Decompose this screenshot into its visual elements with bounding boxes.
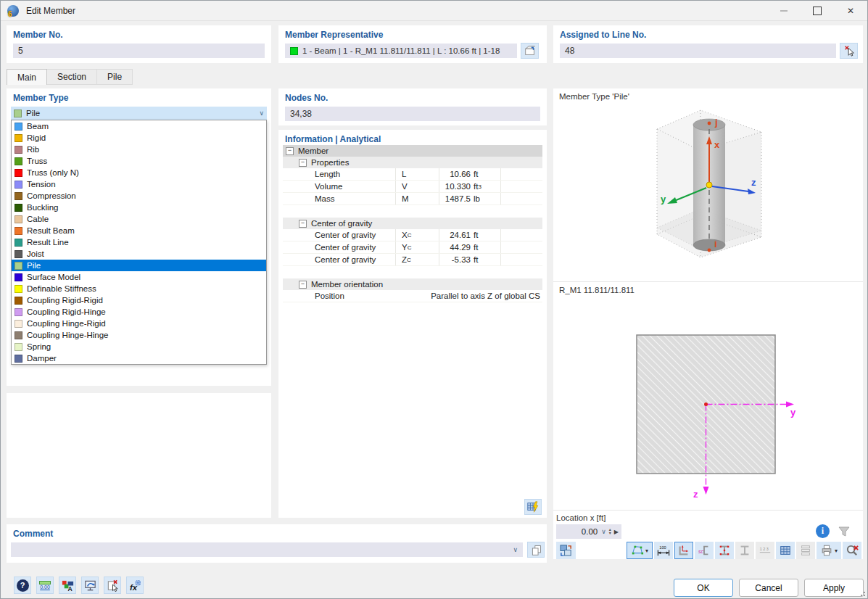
option-color-chip: [15, 204, 22, 212]
member-type-option[interactable]: Coupling Rigid-Rigid: [12, 294, 266, 306]
member-type-selected-label: Pile: [26, 109, 40, 117]
option-label: Coupling Rigid-Hinge: [27, 307, 106, 316]
member-type-option[interactable]: Beam: [12, 120, 266, 132]
member-no-group: Member No. 5: [7, 25, 271, 63]
spinner-arrows[interactable]: ▴ ▾: [609, 528, 611, 535]
collapse-toggle-icon[interactable]: −: [299, 220, 307, 228]
member-representative-field[interactable]: 1 - Beam | 1 - R_M1 11.811/11.811 | L : …: [285, 44, 517, 58]
member-type-option-selected[interactable]: Pile: [12, 260, 266, 271]
apply-button[interactable]: Apply: [804, 579, 864, 597]
member-type-combobox[interactable]: Pile ∨: [11, 107, 267, 120]
zoom-reset-button[interactable]: [843, 542, 861, 559]
row-value: -5.33: [439, 254, 471, 265]
tree-group-label: Member orientation: [311, 280, 383, 289]
member-type-option[interactable]: Damper: [12, 352, 266, 364]
pile-3d-preview: x z y j i: [584, 100, 831, 283]
display-properties-button[interactable]: A: [59, 577, 76, 594]
info-button[interactable]: i: [816, 524, 830, 538]
rendering-button[interactable]: [81, 577, 99, 594]
member-type-option[interactable]: Rigid: [12, 132, 266, 144]
option-label: Coupling Hinge-Hinge: [27, 331, 109, 339]
member-type-option[interactable]: Spring: [12, 341, 266, 352]
member-type-option[interactable]: Buckling: [12, 202, 266, 213]
member-type-option[interactable]: Truss: [12, 155, 266, 167]
member-type-option[interactable]: Joist: [12, 248, 266, 260]
nodes-no-value: 34,38: [290, 109, 312, 119]
tree-node-properties[interactable]: − Properties: [283, 157, 542, 168]
formula-button[interactable]: fx: [126, 577, 144, 594]
resize-grip[interactable]: [859, 590, 865, 596]
remove-selection-button[interactable]: [104, 577, 121, 594]
section-axis-y-label: y: [790, 407, 796, 418]
display-properties-icon: A: [61, 579, 75, 592]
member-type-option[interactable]: Cable: [12, 213, 266, 225]
units-and-decimal-places-button[interactable]: 0.00: [36, 577, 54, 594]
member-type-option[interactable]: Coupling Hinge-Hinge: [12, 329, 266, 341]
maximize-button[interactable]: [801, 1, 834, 20]
table-button[interactable]: [776, 542, 795, 559]
row-value: 44.29: [439, 241, 471, 253]
collapse-toggle-icon[interactable]: −: [286, 147, 294, 155]
node-j-label: j: [714, 117, 718, 128]
member-type-option[interactable]: Coupling Rigid-Hinge: [12, 306, 266, 318]
collapse-toggle-icon[interactable]: −: [299, 159, 307, 167]
row-unit: ft: [474, 254, 500, 265]
collapse-toggle-icon[interactable]: −: [299, 281, 307, 289]
member-type-option[interactable]: Compression: [12, 190, 266, 202]
title-bar: 6 Edit Member ✕: [1, 1, 867, 21]
chevron-down-icon[interactable]: ∨: [513, 546, 518, 553]
synchronize-view-button[interactable]: [556, 542, 576, 559]
nodes-no-field[interactable]: 34,38: [285, 107, 540, 121]
minimize-button[interactable]: [767, 1, 801, 20]
tab-section[interactable]: Section: [47, 69, 97, 85]
member-type-option[interactable]: Surface Model: [12, 271, 266, 283]
member-type-option[interactable]: Result Line: [12, 236, 266, 248]
axis-x-label: x: [714, 139, 720, 150]
remove-selection-icon: [106, 579, 120, 592]
detail-rows-button[interactable]: [796, 542, 815, 559]
help-button[interactable]: ?: [14, 577, 31, 594]
member-type-option[interactable]: Result Beam: [12, 225, 266, 236]
tab-pile[interactable]: Pile: [97, 69, 133, 85]
tree-node-center-of-gravity[interactable]: − Center of gravity: [283, 218, 542, 229]
help-icon: ?: [17, 579, 29, 592]
shear-center-button[interactable]: sc: [695, 542, 714, 559]
close-button[interactable]: ✕: [834, 1, 867, 20]
numbering-button[interactable]: 1 2 3: [756, 542, 774, 559]
spinner-slider-icon[interactable]: ▶: [614, 529, 619, 535]
tree-root-label: Member: [298, 146, 328, 155]
stress-points-button[interactable]: [715, 542, 734, 559]
tree-node-member[interactable]: − Member: [283, 145, 542, 157]
tab-main[interactable]: Main: [7, 69, 47, 85]
cancel-button[interactable]: Cancel: [739, 579, 798, 597]
member-type-option[interactable]: Truss (only N): [12, 167, 266, 178]
member-no-field[interactable]: 5: [13, 44, 265, 58]
ok-button[interactable]: OK: [674, 579, 733, 597]
representative-library-button[interactable]: [521, 43, 539, 59]
section-preview: y z: [553, 297, 863, 508]
library-icon: [524, 44, 537, 57]
select-line-button[interactable]: [840, 43, 858, 59]
location-x-spinner[interactable]: 0.00 ∨ ▴ ▾ ▶: [556, 524, 621, 539]
row-symbol: V: [395, 181, 437, 192]
assigned-line-field[interactable]: 48: [560, 44, 836, 58]
show-dimensions-button[interactable]: 100: [654, 542, 673, 559]
tree-node-member-orientation[interactable]: − Member orientation: [283, 278, 542, 290]
open-table-button[interactable]: [524, 499, 542, 515]
copy-comment-button[interactable]: [527, 542, 545, 558]
svg-text:fx: fx: [129, 583, 137, 592]
chevron-down-icon[interactable]: ∨: [601, 528, 606, 535]
member-type-option[interactable]: Coupling Hinge-Rigid: [12, 318, 266, 329]
member-type-option[interactable]: Definable Stiffness: [12, 283, 266, 294]
print-button[interactable]: ▾: [817, 542, 841, 559]
section-outline-button[interactable]: [735, 542, 754, 559]
filter-funnel-icon[interactable]: [837, 524, 851, 539]
member-type-option[interactable]: Tension: [12, 178, 266, 190]
view-mode-button[interactable]: ▾: [627, 542, 653, 559]
section-axes-button[interactable]: [674, 542, 693, 559]
option-color-chip: [15, 146, 22, 154]
comment-combobox[interactable]: ∨: [11, 542, 523, 557]
member-type-option[interactable]: Rib: [12, 144, 266, 155]
option-label: Coupling Hinge-Rigid: [27, 319, 106, 328]
option-color-chip: [15, 250, 22, 258]
